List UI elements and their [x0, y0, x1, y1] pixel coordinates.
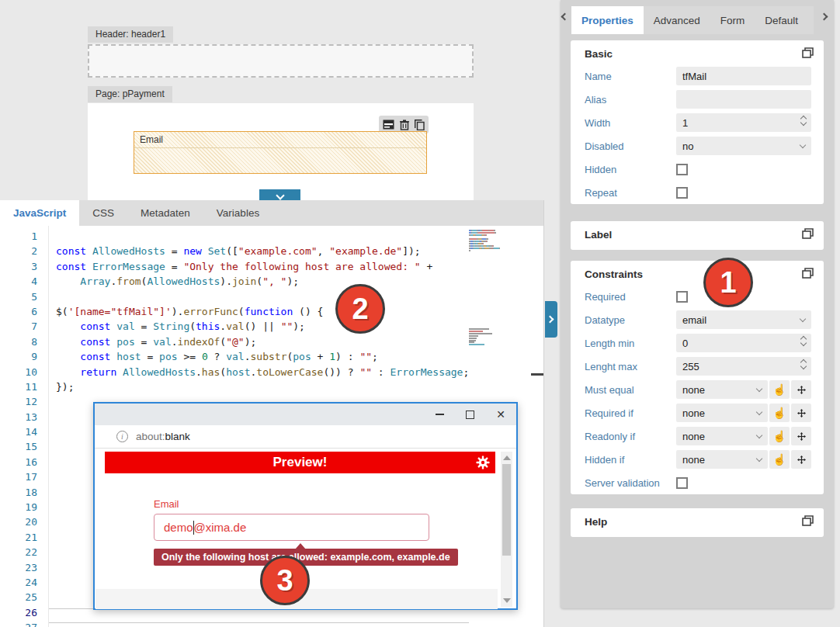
scroll-down-icon[interactable]	[503, 598, 511, 603]
line-number: 7	[0, 319, 37, 334]
form-designer-canvas: Header: header1 Page: pPayment Email	[0, 0, 559, 200]
move-target-icon[interactable]	[791, 427, 811, 445]
hidden-if-select[interactable]: none	[676, 450, 768, 469]
info-icon[interactable]: i	[116, 431, 128, 442]
property-label: Name	[585, 71, 676, 82]
pointer-hand-icon[interactable]: ☝	[769, 427, 790, 445]
preview-scrollbar[interactable]	[501, 452, 512, 607]
chevron-down-icon[interactable]	[800, 142, 806, 148]
move-target-icon[interactable]	[791, 380, 811, 399]
property-row-length-min: Length min0	[571, 331, 824, 355]
chevron-down-icon[interactable]	[756, 456, 762, 462]
must-equal-select[interactable]: none	[676, 380, 768, 399]
tab-metadaten[interactable]: Metadaten	[127, 200, 203, 226]
line-number: 26	[0, 605, 37, 620]
spinner-arrows-icon[interactable]	[801, 116, 806, 125]
maximize-icon[interactable]	[466, 410, 474, 419]
hidden-checkbox[interactable]	[676, 164, 688, 175]
tab-properties[interactable]: Properties	[571, 6, 644, 34]
validation-error-tooltip: Only the following host are allowed: exa…	[154, 549, 458, 566]
section-constraints: ConstraintsRequiredDatatypeemailLength m…	[571, 261, 824, 494]
line-number: 15	[0, 439, 37, 454]
property-control	[676, 187, 811, 199]
tabs-scroll-left[interactable]	[562, 14, 570, 25]
readonly-if-select[interactable]: none	[676, 427, 768, 445]
minimize-icon[interactable]	[436, 414, 444, 415]
annotation-badge-3: 3	[260, 556, 310, 605]
move-target-icon[interactable]	[791, 450, 811, 469]
property-label: Required	[585, 291, 676, 303]
scrollbar-thumb[interactable]	[502, 464, 511, 556]
width-select[interactable]: 1	[676, 113, 811, 132]
page-canvas: Email	[88, 103, 474, 200]
spinner-arrows-icon[interactable]	[801, 337, 806, 345]
tab-advanced[interactable]: Advanced	[644, 6, 710, 34]
required-if-select[interactable]: none	[676, 404, 768, 422]
property-control: none☝	[676, 404, 811, 422]
window-restore-icon[interactable]	[802, 268, 814, 282]
tabs-scroll-right[interactable]	[821, 14, 829, 25]
pointer-hand-icon[interactable]: ☝	[769, 380, 790, 399]
name-input[interactable]: tfMail	[676, 67, 811, 85]
property-control: none☝	[676, 380, 811, 399]
property-row-readonly-if: Readonly ifnone☝	[571, 424, 824, 448]
email-form-element[interactable]: Email	[134, 131, 427, 174]
required-checkbox[interactable]	[676, 291, 688, 303]
chevron-down-icon[interactable]	[756, 386, 762, 392]
lenght-max-select[interactable]: 255	[676, 357, 811, 376]
length-min-select[interactable]: 0	[676, 334, 811, 352]
datatype-select[interactable]: email	[676, 310, 811, 329]
scrollbar-position-marker[interactable]	[531, 373, 543, 376]
pointer-hand-icon[interactable]: ☝	[769, 404, 790, 422]
tab-form[interactable]: Form	[710, 6, 755, 34]
annotation-badge-1: 1	[703, 258, 753, 307]
property-control	[676, 164, 811, 175]
header-dropzone[interactable]	[88, 44, 474, 78]
window-restore-icon[interactable]	[802, 515, 814, 529]
alias-input[interactable]	[676, 90, 811, 109]
form-widget-icon[interactable]	[383, 120, 394, 130]
preview-email-input[interactable]: demo@xima.de	[154, 514, 429, 541]
tab-default[interactable]: Default	[755, 6, 808, 34]
property-control	[676, 90, 811, 109]
tab-variables[interactable]: Variables	[203, 200, 272, 226]
chevron-right-icon	[821, 13, 828, 21]
repeat-checkbox[interactable]	[676, 187, 688, 199]
server-validation-checkbox[interactable]	[676, 477, 688, 489]
window-titlebar[interactable]: ✕	[95, 404, 516, 425]
move-target-icon[interactable]	[791, 404, 811, 422]
spinner-arrows-icon[interactable]	[801, 360, 806, 369]
property-label: Disabled	[585, 140, 676, 152]
property-control: 1	[676, 113, 811, 132]
code-line: Array.from(AllowedHosts).join(", ");	[56, 274, 466, 289]
address-bar[interactable]: i about:blank	[95, 425, 516, 449]
tab-javascript[interactable]: JavaScript	[0, 200, 79, 226]
scroll-up-icon[interactable]	[503, 456, 511, 460]
code-line: const AllowedHosts = new Set(["example.c…	[56, 244, 466, 258]
header-section-tag[interactable]: Header: header1	[88, 26, 173, 43]
line-number: 14	[0, 424, 37, 439]
property-row-hidden-if: Hidden ifnone☝	[571, 448, 824, 471]
window-restore-icon[interactable]	[802, 228, 814, 242]
gear-icon[interactable]	[476, 456, 490, 469]
line-number: 9	[0, 349, 37, 364]
property-control: 255	[676, 357, 811, 376]
code-line: const host = pos >= 0 ? val.substr(pos +…	[56, 349, 466, 364]
chevron-down-icon[interactable]	[756, 432, 762, 438]
editor-minimap[interactable]	[469, 227, 531, 346]
line-number: 3	[0, 259, 37, 274]
pointer-hand-icon[interactable]: ☝	[769, 450, 790, 469]
tab-css[interactable]: CSS	[79, 200, 127, 226]
trash-icon[interactable]	[400, 120, 409, 130]
property-row-width: Width1	[571, 111, 824, 134]
disabled-select[interactable]: no	[676, 137, 811, 155]
expand-panel-handle[interactable]	[545, 301, 557, 338]
chevron-down-icon[interactable]	[756, 409, 762, 415]
close-icon[interactable]: ✕	[496, 409, 505, 420]
page-section-tag[interactable]: Page: pPayment	[88, 86, 172, 102]
copy-icon[interactable]	[415, 120, 425, 130]
line-number: 13	[0, 410, 37, 424]
chevron-down-icon[interactable]	[800, 316, 806, 322]
window-restore-icon[interactable]	[802, 47, 814, 61]
input-text-before-caret: demo	[164, 521, 193, 534]
